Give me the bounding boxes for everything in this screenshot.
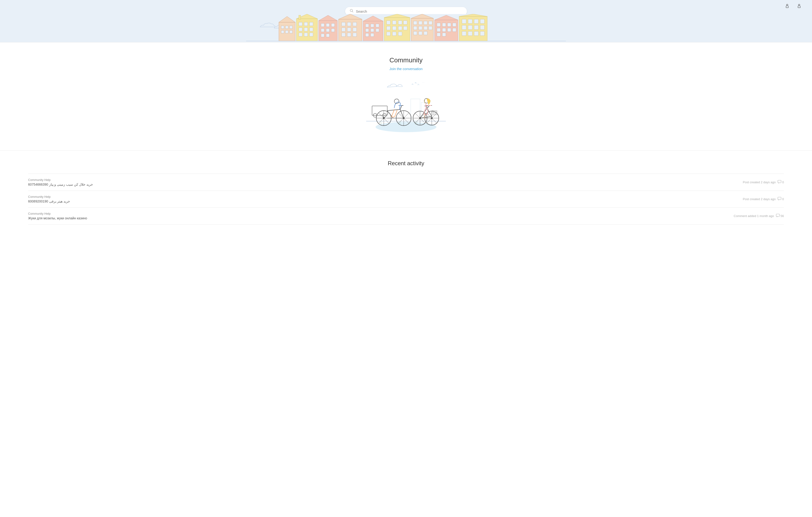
activity-meta: Post created 2 days ago 0: [743, 197, 784, 201]
svg-line-135: [400, 106, 402, 109]
svg-rect-16: [304, 22, 308, 26]
svg-rect-171: [778, 180, 781, 183]
svg-rect-78: [429, 26, 432, 30]
svg-rect-103: [480, 25, 485, 30]
user-icon-1[interactable]: [784, 2, 791, 10]
svg-rect-8: [285, 26, 288, 29]
svg-rect-17: [310, 22, 313, 26]
activity-post-title: خرید هیتر برقی 09100298006: [28, 199, 70, 203]
activity-item[interactable]: Community Helpخرید خلال کن سیب زمینی و پ…: [28, 174, 784, 191]
svg-rect-12: [290, 30, 292, 33]
svg-rect-80: [418, 31, 422, 35]
svg-rect-63: [393, 26, 396, 30]
comment-icon: [776, 214, 780, 218]
svg-rect-59: [393, 21, 396, 24]
search-input[interactable]: [356, 9, 462, 13]
svg-rect-66: [386, 32, 390, 36]
recent-activity-section: Recent activity Community Helpخرید خلال …: [0, 151, 812, 239]
svg-rect-64: [398, 26, 402, 30]
svg-rect-102: [474, 25, 478, 30]
bicycle-illustration-svg: · · · · ·: [357, 80, 455, 136]
svg-rect-65: [403, 26, 407, 30]
svg-rect-93: [442, 33, 446, 36]
activity-timestamp: Post created 2 days ago: [743, 197, 776, 201]
svg-rect-27: [321, 23, 324, 27]
svg-rect-38: [347, 22, 351, 26]
svg-rect-24: [299, 15, 301, 20]
activity-category: Community Help: [28, 195, 70, 198]
svg-rect-89: [442, 28, 446, 32]
svg-rect-97: [468, 19, 472, 23]
comment-count-wrapper: 0: [778, 197, 784, 201]
svg-rect-99: [480, 19, 485, 23]
activity-post-title: خرید خلال کن سیب زمینی و پیاز 0936664570…: [28, 183, 93, 186]
user-icon-2[interactable]: [795, 2, 803, 10]
svg-rect-21: [299, 33, 302, 36]
activity-item[interactable]: Community HelpЖуки для мозилы, жуки онла…: [28, 208, 784, 224]
svg-rect-42: [353, 28, 356, 31]
svg-point-1: [799, 4, 800, 6]
activity-left: Community Helpخرید خلال کن سیب زمینی و پ…: [28, 178, 93, 186]
svg-point-0: [786, 4, 788, 6]
svg-rect-7: [281, 26, 284, 29]
svg-rect-10: [281, 30, 284, 33]
activity-category: Community Help: [28, 212, 87, 215]
svg-rect-30: [321, 29, 324, 32]
svg-rect-19: [304, 28, 308, 31]
svg-rect-87: [453, 23, 456, 26]
svg-rect-74: [429, 21, 432, 25]
svg-text:· ·: · ·: [423, 81, 424, 83]
svg-rect-67: [393, 32, 396, 36]
svg-rect-22: [304, 33, 308, 36]
svg-rect-62: [386, 26, 390, 30]
activity-meta: Post created 2 days ago 0: [743, 180, 784, 185]
comment-count: 0: [782, 197, 784, 201]
svg-rect-58: [386, 21, 390, 24]
activity-meta: Comment added 1 month ago 56: [734, 214, 784, 218]
svg-rect-92: [437, 33, 440, 36]
svg-rect-101: [468, 25, 472, 30]
svg-rect-73: [424, 21, 427, 25]
svg-rect-85: [442, 23, 446, 26]
comment-count-wrapper: 0: [778, 180, 784, 185]
svg-rect-91: [453, 28, 456, 32]
svg-rect-61: [403, 21, 407, 24]
svg-rect-18: [299, 28, 302, 31]
svg-rect-49: [371, 24, 374, 27]
svg-rect-88: [437, 28, 440, 32]
svg-rect-172: [778, 197, 781, 200]
svg-rect-84: [437, 23, 440, 26]
join-conversation-link[interactable]: Join the conversation: [389, 67, 423, 71]
community-title: Community: [5, 56, 807, 64]
svg-rect-15: [299, 22, 302, 26]
comment-icon: [778, 180, 781, 185]
svg-rect-11: [285, 30, 288, 33]
svg-rect-173: [776, 214, 779, 217]
activity-timestamp: Comment added 1 month ago: [734, 214, 774, 218]
svg-rect-75: [413, 26, 417, 30]
svg-rect-40: [342, 28, 345, 31]
svg-rect-77: [424, 26, 427, 30]
svg-rect-29: [331, 23, 335, 27]
comment-count-wrapper: 56: [776, 214, 784, 218]
svg-rect-50: [376, 24, 379, 27]
svg-rect-28: [326, 23, 329, 27]
comment-count: 0: [782, 181, 784, 184]
svg-rect-105: [468, 31, 472, 36]
svg-rect-79: [413, 31, 417, 35]
activity-item[interactable]: Community Helpخرید هیتر برقی 09100298006…: [28, 191, 784, 208]
svg-rect-81: [424, 31, 427, 35]
community-illustration: · · · · ·: [5, 80, 807, 136]
svg-rect-51: [366, 29, 369, 32]
svg-rect-60: [398, 21, 402, 24]
svg-rect-76: [418, 26, 422, 30]
community-section: Community Join the conversation · · · · …: [0, 43, 812, 151]
svg-line-116: [381, 121, 382, 124]
svg-rect-71: [413, 21, 417, 25]
svg-rect-43: [342, 33, 345, 36]
activity-list: Community Helpخرید خلال کن سیب زمینی و پ…: [28, 174, 784, 224]
top-nav-icons: [784, 2, 803, 10]
svg-rect-107: [480, 31, 485, 36]
svg-rect-54: [366, 33, 369, 36]
activity-category: Community Help: [28, 178, 93, 182]
